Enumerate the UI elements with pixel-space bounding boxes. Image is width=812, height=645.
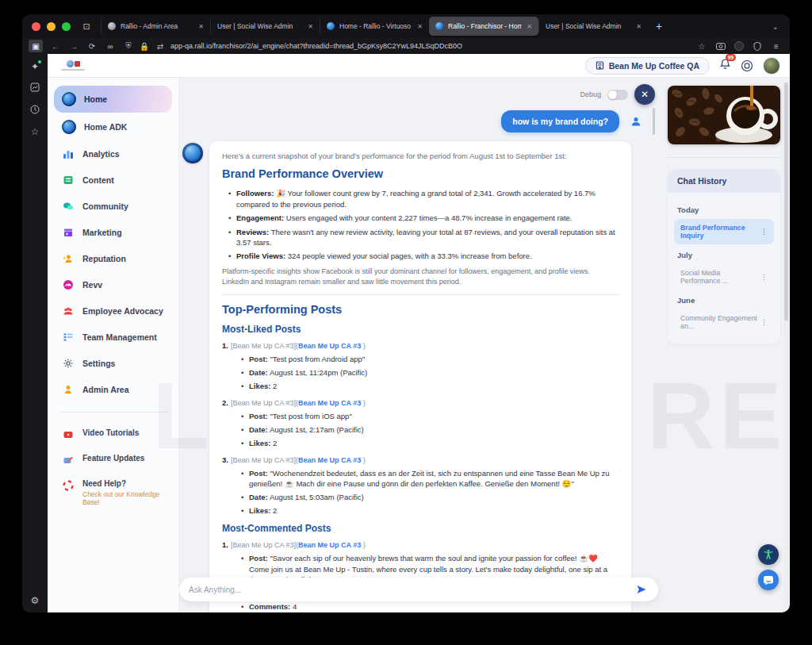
menu-icon[interactable]: ≡ [771,40,782,52]
bookmark-star-icon[interactable]: ☆ [696,40,707,52]
sidebar-item-label: Content [82,175,114,185]
tab-title: Rallio - Franchisor - Home [448,22,522,30]
forward-icon[interactable]: → [68,40,79,52]
history-item-social-media[interactable]: Social Media Performance ... ⋮ [674,264,774,290]
home-adk-globe-icon [62,120,76,134]
analytics-icon [62,148,75,160]
browser-tab-5[interactable]: User | Social Wise Admin ✕ [538,17,648,36]
browser-window: ⊡ Rallio - Admin Area ✕ User | Social Wi… [22,14,790,612]
reputation-icon [62,252,75,265]
sidebar-item-analytics[interactable]: Analytics [54,141,172,167]
sidebar-item-revv[interactable]: Revv [54,272,172,298]
chat-history-title: Chat History [668,169,780,193]
chat-scrollbar-thumb[interactable] [653,108,655,135]
help-circle-icon[interactable] [741,60,753,72]
zoom-window-button[interactable] [62,22,71,31]
browser-tab-3[interactable]: Home - Rallio - Virtuoso ✕ [320,17,429,36]
url-text[interactable]: app-qa.rall.io/franchisor/2/ai_engine/ch… [170,42,462,50]
sidebar-item-marketing[interactable]: Marketing [54,220,172,245]
account-link[interactable]: Bean Me Up CA #3 [298,456,361,464]
user-avatar[interactable] [763,57,780,75]
tab-overview-icon[interactable]: ⊡ [79,18,94,34]
chat-input[interactable] [189,585,634,594]
notifications-button[interactable]: 99 [719,58,731,74]
brand-selector-button[interactable]: Bean Me Up Coffee QA [585,57,710,75]
browser-tab-1[interactable]: Rallio - Admin Area ✕ [101,17,210,36]
help-lifebuoy-icon [62,479,75,492]
sidebar-item-video-tutorials[interactable]: Video Tutorials [54,422,172,447]
browser-tab-4-active[interactable]: Rallio - Franchisor - Home ✕ [429,17,538,36]
sidebar-item-home[interactable]: Home [54,86,172,113]
post-reference: 2.[Bean Me Up CA #3](Bean Me Up CA #3 ) [222,397,619,409]
sidebar-item-settings[interactable]: Settings [54,351,172,376]
debug-toggle[interactable] [607,90,628,100]
sidebar-item-home-adk[interactable]: Home ADK [54,113,172,140]
browser-settings-gear-icon[interactable]: ⚙ [22,595,48,606]
tab-close-icon[interactable]: ✕ [636,23,642,30]
rallio-logo[interactable] [57,57,89,75]
browser-tab-strip: ⊡ Rallio - Admin Area ✕ User | Social Wi… [22,14,790,38]
sidebar-item-reputation[interactable]: Reputation [54,246,172,271]
window-controls[interactable] [32,22,71,31]
reload-icon[interactable]: ⟳ [86,40,98,52]
history-clock-icon[interactable] [30,105,40,116]
liked-post-1: 1.[Bean Me Up CA #3](Bean Me Up CA #3 ) … [222,340,619,392]
tab-close-icon[interactable]: ✕ [198,23,204,30]
post-bullet: Likes: 2 [241,381,619,391]
user-message-bubble: how is my brand doing? [501,110,619,132]
send-icon[interactable] [634,582,649,597]
browser-tab-2[interactable]: User | Social Wise Admin ✕ [210,17,320,36]
address-bar[interactable]: ⛨ 🔒 ⇄ app-qa.rall.io/franchisor/2/ai_eng… [123,40,689,52]
browser-toolbar: ▣ ← → ⟳ ∞ ⛨ 🔒 ⇄ app-qa.rall.io/franchiso… [22,38,790,54]
screenshot-camera-icon[interactable] [715,40,726,52]
tab-title: User | Social Wise Admin [546,22,631,30]
shield-icon[interactable]: ⛨ [123,40,134,52]
item-menu-icon[interactable]: ⋮ [760,318,768,326]
close-chat-button[interactable]: ✕ [634,84,655,105]
extension-infinity-icon[interactable]: ∞ [105,40,116,52]
sidebar-item-employee-advocacy[interactable]: Employee Advocacy [54,298,172,324]
post-bullet: Post: "Wochenendzeit bedeutet, dass es a… [241,468,619,490]
page-scrollbar[interactable] [783,81,789,608]
sidebar-item-label: Community [82,202,128,211]
home-globe-icon [62,92,76,106]
tab-list-chevron-icon[interactable]: ⌄ [772,22,785,31]
sidebar-item-need-help[interactable]: Need Help? Check out our Knowledge Base! [54,473,172,513]
sidebar-item-admin-area[interactable]: Admin Area [54,377,172,402]
back-icon[interactable]: ← [50,40,61,52]
minimize-window-button[interactable] [47,22,56,31]
tab-close-icon[interactable]: ✕ [417,23,423,30]
extension-icon[interactable] [752,40,763,52]
account-link[interactable]: Bean Me Up CA #3 [298,541,361,549]
knowledge-base-link[interactable]: Check out our Knowledge Base! [82,490,164,506]
bookmarks-star-icon[interactable]: ☆ [31,127,40,136]
accessibility-widget-button[interactable] [758,544,779,565]
item-menu-icon[interactable]: ⋮ [760,228,768,236]
swap-arrows-icon[interactable]: ⇄ [155,40,166,52]
new-tab-button[interactable]: + [656,20,662,33]
pages-icon[interactable] [30,83,40,94]
page-scrollbar-thumb[interactable] [784,83,788,321]
right-panel: Chat History Today Brand Performance Inq… [665,78,790,612]
sidebar-toggle-icon[interactable]: ▣ [29,40,43,52]
history-item-community-engagement[interactable]: Community Engagement an... ⋮ [674,309,774,335]
item-menu-icon[interactable]: ⋮ [760,273,768,281]
account-icon[interactable] [734,41,744,51]
ai-sparkle-icon[interactable]: ✦ [31,62,39,71]
account-link[interactable]: Bean Me Up CA #3 [298,342,361,350]
close-window-button[interactable] [32,22,40,31]
chat-widget-button[interactable] [758,570,779,590]
rallio-page: Bean Me Up Coffee QA 99 LO RE [48,54,790,612]
sidebar-item-community[interactable]: Community [54,194,172,219]
sidebar-item-team-management[interactable]: Team Management [54,324,172,350]
sidebar-item-content[interactable]: Content [54,167,172,193]
post-reference: 1.[Bean Me Up CA #3](Bean Me Up CA #3 ) [222,539,619,551]
account-link[interactable]: Bean Me Up CA #3 [298,399,361,407]
sidebar-divider [59,412,167,413]
overview-bullet-list: Followers: 🎉 Your follower count grew by… [228,188,619,262]
tab-close-icon[interactable]: ✕ [527,23,532,30]
tab-close-icon[interactable]: ✕ [308,23,313,30]
history-item-brand-performance[interactable]: Brand Performance Inquiry ⋮ [674,219,774,244]
sidebar-item-feature-updates[interactable]: Feature Updates [54,447,172,473]
debug-row: Debug ✕ [182,84,657,105]
